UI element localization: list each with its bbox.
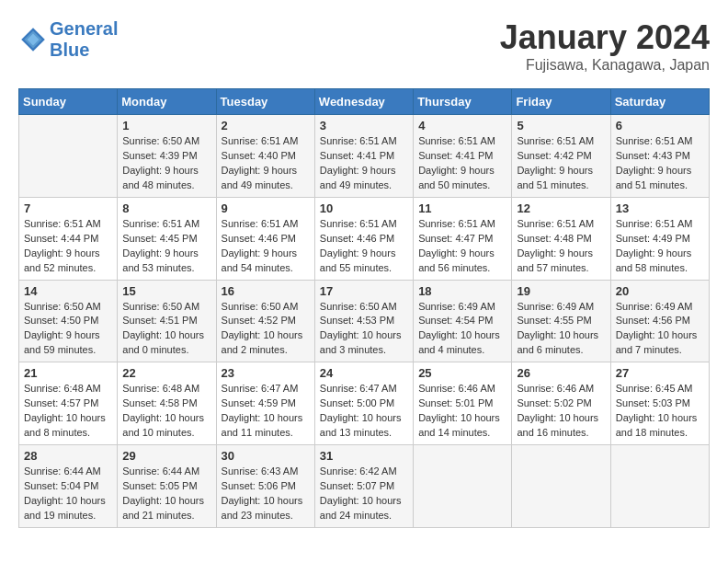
day-info: Sunrise: 6:50 AMSunset: 4:52 PMDaylight:…: [222, 300, 310, 359]
calendar-cell: 3Sunrise: 6:51 AMSunset: 4:41 PMDaylight…: [314, 115, 413, 198]
title-block: January 2024 Fujisawa, Kanagawa, Japan: [500, 18, 710, 74]
calendar-cell: [610, 445, 709, 528]
calendar-cell: 29Sunrise: 6:44 AMSunset: 5:05 PMDayligh…: [118, 445, 216, 528]
calendar-cell: 17Sunrise: 6:50 AMSunset: 4:53 PMDayligh…: [314, 280, 413, 362]
calendar-cell: 2Sunrise: 6:51 AMSunset: 4:40 PMDaylight…: [216, 115, 314, 198]
day-info: Sunrise: 6:51 AMSunset: 4:41 PMDaylight:…: [418, 134, 506, 193]
week-row-5: 28Sunrise: 6:44 AMSunset: 5:04 PMDayligh…: [19, 445, 710, 528]
day-info: Sunrise: 6:51 AMSunset: 4:45 PMDaylight:…: [122, 217, 210, 276]
day-info: Sunrise: 6:50 AMSunset: 4:53 PMDaylight:…: [320, 300, 408, 359]
day-info: Sunrise: 6:51 AMSunset: 4:44 PMDaylight:…: [24, 217, 112, 276]
day-number: 23: [222, 366, 310, 380]
logo-text: General Blue: [50, 18, 118, 61]
day-info: Sunrise: 6:48 AMSunset: 4:58 PMDaylight:…: [122, 382, 210, 441]
day-number: 20: [616, 284, 704, 298]
calendar-cell: 22Sunrise: 6:48 AMSunset: 4:58 PMDayligh…: [118, 362, 216, 445]
day-number: 2: [222, 119, 310, 132]
day-info: Sunrise: 6:51 AMSunset: 4:46 PMDaylight:…: [320, 217, 408, 276]
calendar-cell: [512, 445, 610, 528]
logo-icon: [18, 25, 48, 54]
calendar-cell: 21Sunrise: 6:48 AMSunset: 4:57 PMDayligh…: [19, 362, 118, 445]
day-info: Sunrise: 6:51 AMSunset: 4:41 PMDaylight:…: [320, 134, 408, 193]
calendar-cell: 13Sunrise: 6:51 AMSunset: 4:49 PMDayligh…: [610, 197, 709, 280]
day-number: 14: [24, 284, 112, 298]
day-info: Sunrise: 6:49 AMSunset: 4:56 PMDaylight:…: [616, 300, 704, 359]
day-info: Sunrise: 6:49 AMSunset: 4:54 PMDaylight:…: [418, 300, 506, 359]
day-info: Sunrise: 6:42 AMSunset: 5:07 PMDaylight:…: [320, 465, 408, 523]
day-header-thursday: Thursday: [414, 89, 512, 115]
week-row-2: 7Sunrise: 6:51 AMSunset: 4:44 PMDaylight…: [19, 197, 710, 280]
day-number: 8: [122, 201, 210, 215]
calendar-cell: 6Sunrise: 6:51 AMSunset: 4:43 PMDaylight…: [610, 115, 709, 198]
calendar-cell: 11Sunrise: 6:51 AMSunset: 4:47 PMDayligh…: [414, 197, 512, 280]
day-number: 10: [320, 201, 408, 215]
location: Fujisawa, Kanagawa, Japan: [500, 57, 710, 74]
day-info: Sunrise: 6:47 AMSunset: 5:00 PMDaylight:…: [320, 382, 408, 441]
day-header-saturday: Saturday: [610, 89, 709, 115]
day-number: 26: [517, 366, 605, 380]
calendar-cell: 31Sunrise: 6:42 AMSunset: 5:07 PMDayligh…: [314, 445, 413, 528]
calendar-cell: 5Sunrise: 6:51 AMSunset: 4:42 PMDaylight…: [512, 115, 610, 198]
day-info: Sunrise: 6:51 AMSunset: 4:49 PMDaylight:…: [616, 217, 704, 276]
day-number: 22: [122, 366, 210, 380]
day-info: Sunrise: 6:51 AMSunset: 4:40 PMDaylight:…: [222, 134, 310, 193]
calendar-cell: 30Sunrise: 6:43 AMSunset: 5:06 PMDayligh…: [216, 445, 314, 528]
week-row-1: 1Sunrise: 6:50 AMSunset: 4:39 PMDaylight…: [19, 115, 710, 198]
day-number: 13: [616, 201, 704, 215]
month-title: January 2024: [500, 18, 710, 57]
calendar-cell: 8Sunrise: 6:51 AMSunset: 4:45 PMDaylight…: [118, 197, 216, 280]
day-header-friday: Friday: [512, 89, 610, 115]
days-header-row: SundayMondayTuesdayWednesdayThursdayFrid…: [19, 89, 710, 115]
day-info: Sunrise: 6:45 AMSunset: 5:03 PMDaylight:…: [616, 382, 704, 441]
day-number: 18: [418, 284, 506, 298]
day-info: Sunrise: 6:48 AMSunset: 4:57 PMDaylight:…: [24, 382, 112, 441]
calendar-cell: 27Sunrise: 6:45 AMSunset: 5:03 PMDayligh…: [610, 362, 709, 445]
day-number: 25: [418, 366, 506, 380]
calendar-cell: 10Sunrise: 6:51 AMSunset: 4:46 PMDayligh…: [314, 197, 413, 280]
calendar-cell: 19Sunrise: 6:49 AMSunset: 4:55 PMDayligh…: [512, 280, 610, 362]
day-info: Sunrise: 6:51 AMSunset: 4:42 PMDaylight:…: [517, 134, 605, 193]
calendar-table: SundayMondayTuesdayWednesdayThursdayFrid…: [18, 88, 710, 528]
calendar-cell: 28Sunrise: 6:44 AMSunset: 5:04 PMDayligh…: [19, 445, 118, 528]
day-number: 12: [517, 201, 605, 215]
day-number: 17: [320, 284, 408, 298]
day-info: Sunrise: 6:44 AMSunset: 5:05 PMDaylight:…: [122, 465, 210, 523]
day-number: 16: [222, 284, 310, 298]
day-number: 31: [320, 449, 408, 463]
day-number: 3: [320, 119, 408, 132]
day-number: 6: [616, 119, 704, 132]
day-number: 30: [222, 449, 310, 463]
day-number: 5: [517, 119, 605, 132]
day-header-sunday: Sunday: [19, 89, 118, 115]
calendar-cell: 25Sunrise: 6:46 AMSunset: 5:01 PMDayligh…: [414, 362, 512, 445]
calendar-cell: 24Sunrise: 6:47 AMSunset: 5:00 PMDayligh…: [314, 362, 413, 445]
day-header-wednesday: Wednesday: [314, 89, 413, 115]
day-number: 29: [122, 449, 210, 463]
calendar-cell: [414, 445, 512, 528]
calendar-cell: 14Sunrise: 6:50 AMSunset: 4:50 PMDayligh…: [19, 280, 118, 362]
calendar-cell: 18Sunrise: 6:49 AMSunset: 4:54 PMDayligh…: [414, 280, 512, 362]
day-number: 28: [24, 449, 112, 463]
calendar-cell: 7Sunrise: 6:51 AMSunset: 4:44 PMDaylight…: [19, 197, 118, 280]
day-header-monday: Monday: [118, 89, 216, 115]
day-number: 9: [222, 201, 310, 215]
calendar-cell: 9Sunrise: 6:51 AMSunset: 4:46 PMDaylight…: [216, 197, 314, 280]
day-info: Sunrise: 6:46 AMSunset: 5:01 PMDaylight:…: [418, 382, 506, 441]
week-row-4: 21Sunrise: 6:48 AMSunset: 4:57 PMDayligh…: [19, 362, 710, 445]
calendar-cell: 26Sunrise: 6:46 AMSunset: 5:02 PMDayligh…: [512, 362, 610, 445]
calendar-cell: 1Sunrise: 6:50 AMSunset: 4:39 PMDaylight…: [118, 115, 216, 198]
logo: General Blue: [18, 18, 118, 61]
calendar-cell: 20Sunrise: 6:49 AMSunset: 4:56 PMDayligh…: [610, 280, 709, 362]
day-info: Sunrise: 6:50 AMSunset: 4:51 PMDaylight:…: [122, 300, 210, 359]
calendar-cell: 23Sunrise: 6:47 AMSunset: 4:59 PMDayligh…: [216, 362, 314, 445]
day-number: 27: [616, 366, 704, 380]
week-row-3: 14Sunrise: 6:50 AMSunset: 4:50 PMDayligh…: [19, 280, 710, 362]
day-info: Sunrise: 6:51 AMSunset: 4:46 PMDaylight:…: [222, 217, 310, 276]
day-number: 4: [418, 119, 506, 132]
day-number: 7: [24, 201, 112, 215]
day-number: 21: [24, 366, 112, 380]
day-header-tuesday: Tuesday: [216, 89, 314, 115]
day-number: 24: [320, 366, 408, 380]
page-header: General Blue January 2024 Fujisawa, Kana…: [18, 18, 710, 74]
day-number: 11: [418, 201, 506, 215]
